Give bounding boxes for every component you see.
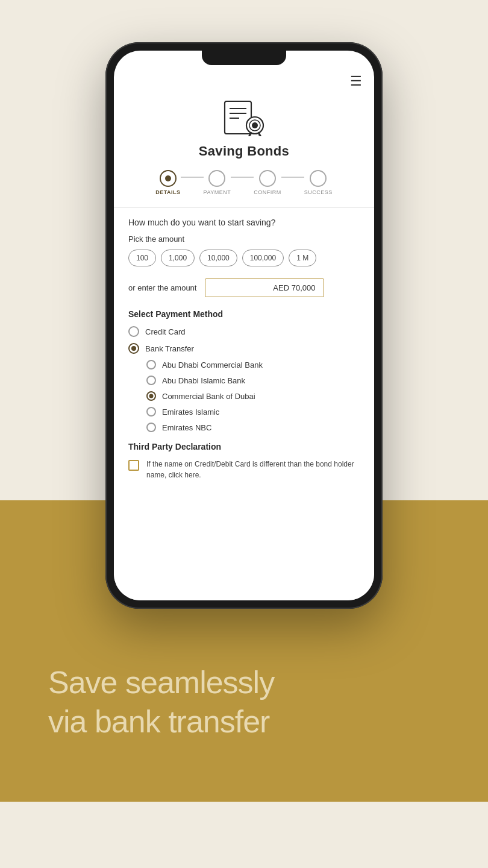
phone-notch	[202, 51, 286, 65]
credit-card-radio	[128, 326, 139, 337]
bank-radio-1	[146, 376, 156, 385]
step-confirm[interactable]: CONFIRM	[254, 170, 281, 195]
certificate-icon	[222, 99, 266, 136]
pick-amount-label: Pick the amount	[128, 234, 360, 244]
step-line-1	[181, 177, 204, 178]
tagline-line2: via bank transfer	[48, 702, 274, 741]
step-label-payment: PAYMENT	[204, 189, 231, 195]
form-area: How much do you want to start saving? Pi…	[114, 208, 374, 600]
phone-frame: ☰	[105, 42, 383, 609]
bank-commercial-dubai[interactable]: Commercial Bank of Dubai	[146, 391, 360, 401]
amount-1m[interactable]: 1 M	[289, 250, 316, 266]
bank-transfer-label: Bank Transfer	[145, 344, 194, 353]
step-circle-details	[160, 170, 177, 187]
step-line-3	[281, 177, 304, 178]
bank-transfer-dot	[131, 346, 136, 351]
bank-transfer-radio	[128, 343, 139, 354]
step-circle-payment	[208, 170, 225, 187]
or-enter-label: or enter the amount	[128, 283, 196, 292]
step-circle-confirm	[259, 170, 276, 187]
bank-abu-dhabi-commercial[interactable]: Abu Dhabi Commercial Bank	[146, 360, 360, 370]
bank-radio-4	[146, 423, 156, 432]
declaration-title: Third Party Declaration	[128, 442, 360, 451]
saving-question: How much do you want to start saving?	[128, 218, 360, 227]
amount-100[interactable]: 100	[128, 250, 156, 266]
step-label-confirm: CONFIRM	[254, 189, 281, 195]
bank-dot-2	[149, 394, 154, 398]
bank-label-0: Abu Dhabi Commercial Bank	[162, 360, 263, 370]
amount-1000[interactable]: 1,000	[161, 250, 195, 266]
amount-input[interactable]	[205, 278, 324, 297]
declaration-row: If the name on Credit/Debit Card is diff…	[128, 459, 360, 480]
bank-radio-0	[146, 360, 156, 370]
tagline: Save seamlessly via bank transfer	[48, 663, 274, 741]
bank-label-2: Commercial Bank of Dubai	[162, 392, 255, 401]
bank-label-4: Emirates NBC	[162, 423, 211, 432]
bank-abu-dhabi-islamic[interactable]: Abu Dhabi Islamic Bank	[146, 376, 360, 385]
bank-label-3: Emirates Islamic	[162, 407, 219, 417]
app-header: ☰	[114, 65, 374, 93]
declaration-text: If the name on Credit/Debit Card is diff…	[146, 459, 360, 480]
phone-screen: ☰	[114, 51, 374, 600]
step-success[interactable]: SUCCESS	[304, 170, 333, 195]
step-details[interactable]: DETAILS	[155, 170, 180, 195]
declaration-checkbox[interactable]	[128, 460, 139, 471]
credit-card-option[interactable]: Credit Card	[128, 326, 360, 337]
step-line-2	[231, 177, 254, 178]
app-content: ☰	[114, 65, 374, 600]
steps-container: DETAILS PAYMENT	[114, 170, 374, 207]
amount-100000[interactable]: 100,000	[242, 250, 284, 266]
bank-transfer-option[interactable]: Bank Transfer	[128, 343, 360, 354]
page-wrapper: ☰	[0, 0, 488, 802]
amount-pills: 100 1,000 10,000 100,000 1 M	[128, 250, 360, 266]
bank-radio-3	[146, 407, 156, 417]
menu-icon[interactable]: ☰	[350, 75, 362, 88]
bank-emirates-nbc[interactable]: Emirates NBC	[146, 423, 360, 432]
phone-wrapper: ☰	[105, 42, 383, 609]
credit-card-label: Credit Card	[145, 327, 185, 336]
app-title: Saving Bonds	[114, 143, 374, 159]
tagline-line1: Save seamlessly	[48, 663, 274, 702]
step-label-details: DETAILS	[155, 189, 180, 195]
amount-entry-row: or enter the amount	[128, 278, 360, 297]
step-dot-details	[165, 175, 171, 181]
step-label-success: SUCCESS	[304, 189, 333, 195]
bank-list: Abu Dhabi Commercial Bank Abu Dhabi Isla…	[128, 360, 360, 432]
amount-10000[interactable]: 10,000	[199, 250, 237, 266]
bank-radio-2	[146, 391, 156, 401]
svg-point-6	[252, 122, 258, 128]
step-circle-success	[310, 170, 327, 187]
step-payment[interactable]: PAYMENT	[204, 170, 231, 195]
icon-area	[114, 93, 374, 143]
bank-label-1: Abu Dhabi Islamic Bank	[162, 376, 245, 385]
bank-emirates-islamic[interactable]: Emirates Islamic	[146, 407, 360, 417]
declaration-section: Third Party Declaration If the name on C…	[128, 442, 360, 480]
payment-method-label: Select Payment Method	[128, 309, 360, 319]
